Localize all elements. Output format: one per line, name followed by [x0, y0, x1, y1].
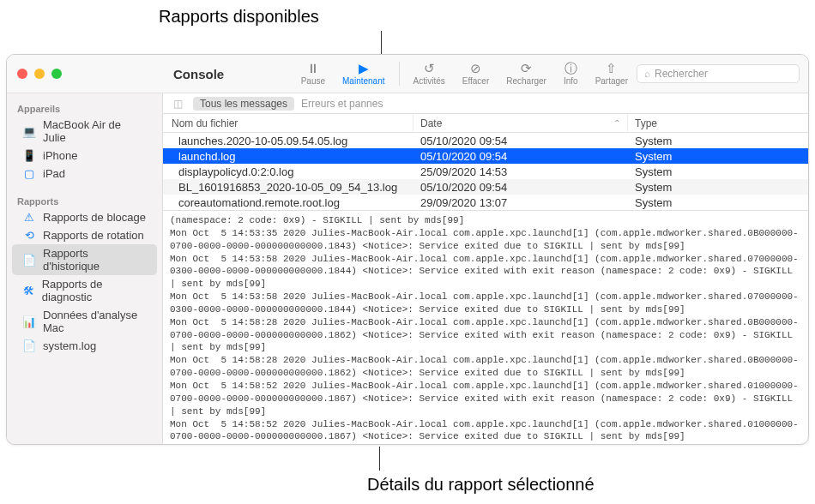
cell-name: coreautomationd.remote.root.log — [163, 196, 414, 209]
search-icon: ⌕ — [644, 68, 650, 80]
cell-type: System — [628, 181, 808, 194]
cell-name: displaypolicyd.0:2:0.log — [163, 165, 414, 178]
activities-icon: ↺ — [424, 62, 435, 75]
search-input[interactable]: ⌕ Rechercher — [637, 64, 800, 83]
table-row[interactable]: coreautomationd.remote.root.log 29/09/20… — [163, 195, 808, 210]
toolbar: ⏸ Pause ▶ Maintenant ↺ Activités ⊘ Effac… — [293, 58, 808, 89]
now-label: Maintenant — [342, 76, 384, 86]
sidebar-item-label: iPhone — [43, 149, 77, 162]
window-body: Appareils 💻 MacBook Air de Julie 📱 iPhon… — [7, 93, 808, 444]
pause-label: Pause — [301, 76, 325, 86]
pause-icon: ⏸ — [306, 62, 319, 75]
sidebar-item-label: Rapports d'historique — [43, 247, 147, 273]
table-body: launches.2020-10-05.09.54.05.log 05/10/2… — [163, 133, 808, 210]
sidebar-item-diagnostic-reports[interactable]: 🛠 Rapports de diagnostic — [12, 275, 157, 306]
doc-icon: 📄 — [22, 339, 36, 352]
maximize-window-button[interactable] — [51, 69, 62, 79]
sidebar-item-crash-reports[interactable]: ⚠ Rapports de blocage — [12, 208, 157, 226]
filter-bar: ◫ Tous les messages Erreurs et pannes — [163, 93, 808, 114]
toolbar-separator — [399, 62, 400, 86]
reload-button[interactable]: ⟳ Recharger — [498, 58, 555, 89]
sidebar-item-rotation-reports[interactable]: ⟲ Rapports de rotation — [12, 226, 157, 244]
sidebar-item-ipad[interactable]: ▢ iPad — [12, 165, 157, 183]
table-row[interactable]: launches.2020-10-05.09.54.05.log 05/10/2… — [163, 133, 808, 148]
sidebar-item-label: Données d'analyse Mac — [43, 309, 147, 334]
sort-chevron-icon: ⌃ — [613, 118, 620, 128]
warning-icon: ⚠ — [22, 211, 36, 224]
sidebar-item-label: Rapports de diagnostic — [42, 278, 147, 303]
sidebar-item-label: system.log — [43, 339, 96, 352]
share-label: Partager — [595, 76, 628, 86]
cell-date: 05/10/2020 09:54 — [414, 181, 628, 194]
column-header-date-label: Date — [420, 117, 442, 129]
console-window: Console ⏸ Pause ▶ Maintenant ↺ Activités… — [6, 54, 809, 445]
column-header-name[interactable]: Nom du fichier — [163, 114, 414, 132]
cell-date: 05/10/2020 09:54 — [414, 135, 628, 147]
info-label: Info — [564, 76, 578, 86]
table-row[interactable]: displaypolicyd.0:2:0.log 25/09/2020 14:5… — [163, 164, 808, 179]
clear-label: Effacer — [462, 76, 490, 86]
sidebar-item-history-reports[interactable]: 📄 Rapports d'historique — [12, 244, 157, 275]
cell-name: launchd.log — [163, 150, 414, 163]
now-button[interactable]: ▶ Maintenant — [334, 58, 393, 89]
table-header: Nom du fichier Date ⌃ Type — [163, 114, 808, 133]
annotation-line-bottom — [379, 447, 380, 471]
cell-name: BL_1601916853_2020-10-05_09_54_13.log — [163, 181, 414, 194]
annotation-report-details: Détails du rapport sélectionné — [367, 475, 595, 495]
pause-button[interactable]: ⏸ Pause — [293, 58, 334, 89]
search-placeholder: Rechercher — [655, 68, 708, 80]
table-row[interactable]: launchd.log 05/10/2020 09:54 System — [163, 148, 808, 164]
column-header-type[interactable]: Type — [628, 114, 808, 132]
cell-date: 05/10/2020 09:54 — [414, 150, 628, 163]
traffic-lights — [7, 69, 161, 79]
cell-date: 25/09/2020 14:53 — [414, 165, 628, 178]
phone-icon: 📱 — [22, 149, 36, 162]
sidebar-item-label: iPad — [43, 167, 65, 180]
clear-icon: ⊘ — [470, 62, 481, 75]
filter-errors-faults[interactable]: Erreurs et pannes — [301, 98, 383, 110]
table-row[interactable]: BL_1601916853_2020-10-05_09_54_13.log 05… — [163, 179, 808, 195]
cell-date: 29/09/2020 13:07 — [414, 196, 628, 209]
sidebar-devices-header: Appareils — [7, 99, 162, 116]
tablet-icon: ▢ — [22, 167, 36, 180]
window-title: Console — [161, 67, 281, 81]
sidebar-item-system-log[interactable]: 📄 system.log — [12, 337, 157, 355]
info-button[interactable]: ⓘ Info — [555, 58, 587, 89]
share-icon: ⇧ — [606, 62, 617, 75]
sidebar-item-iphone[interactable]: 📱 iPhone — [12, 147, 157, 165]
sidebar-item-macbook[interactable]: 💻 MacBook Air de Julie — [12, 116, 157, 147]
rotate-icon: ⟲ — [22, 229, 36, 242]
cell-type: System — [628, 150, 808, 163]
cell-type: System — [628, 165, 808, 178]
cell-type: System — [628, 196, 808, 209]
sidebar-item-label: MacBook Air de Julie — [43, 118, 147, 144]
laptop-icon: 💻 — [22, 125, 36, 138]
sidebar-item-label: Rapports de blocage — [43, 211, 146, 224]
doc-icon: 📄 — [22, 254, 36, 267]
sidebar: Appareils 💻 MacBook Air de Julie 📱 iPhon… — [7, 93, 163, 444]
main-content: ◫ Tous les messages Erreurs et pannes No… — [163, 93, 808, 444]
activities-label: Activités — [414, 76, 445, 86]
minimize-window-button[interactable] — [34, 69, 45, 79]
annotation-available-reports: Rapports disponibles — [159, 7, 319, 27]
sidebar-item-analytics-mac[interactable]: 📊 Données d'analyse Mac — [12, 306, 157, 337]
cell-type: System — [628, 135, 808, 147]
info-icon: ⓘ — [564, 62, 577, 75]
play-icon: ▶ — [359, 62, 369, 75]
wrench-icon: 🛠 — [22, 285, 35, 297]
reload-icon: ⟳ — [521, 62, 532, 75]
clear-button[interactable]: ⊘ Effacer — [454, 58, 498, 89]
sidebar-item-label: Rapports de rotation — [43, 229, 144, 242]
sidebar-toggle-icon[interactable]: ◫ — [170, 98, 186, 110]
activities-button[interactable]: ↺ Activités — [405, 58, 454, 89]
titlebar: Console ⏸ Pause ▶ Maintenant ↺ Activités… — [7, 55, 808, 93]
cell-name: launches.2020-10-05.09.54.05.log — [163, 135, 414, 147]
sidebar-reports-header: Rapports — [7, 191, 162, 208]
close-window-button[interactable] — [17, 69, 27, 79]
reload-label: Recharger — [506, 76, 546, 86]
chart-icon: 📊 — [22, 315, 36, 328]
column-header-date[interactable]: Date ⌃ — [414, 114, 628, 132]
filter-all-messages[interactable]: Tous les messages — [193, 97, 294, 111]
log-details-pane[interactable]: (namespace: 2 code: 0x9) - SIGKILL | sen… — [163, 210, 808, 444]
share-button[interactable]: ⇧ Partager — [587, 58, 637, 89]
